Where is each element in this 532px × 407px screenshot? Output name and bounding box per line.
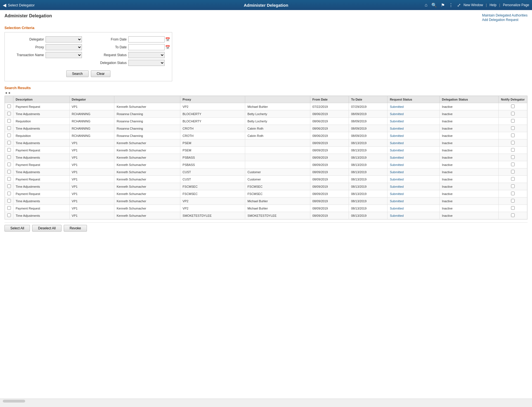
request-status-link[interactable]: Submitted (390, 163, 404, 166)
notify-checkbox-1[interactable] (511, 112, 515, 115)
home-icon[interactable]: ⌂ (425, 3, 427, 8)
search-button[interactable]: Search (66, 70, 89, 77)
row-checkbox-11[interactable] (7, 184, 11, 188)
notify-checkbox-10[interactable] (511, 177, 515, 181)
revoke-button[interactable]: Revoke (64, 225, 87, 232)
main-content: Administer Delegation Maintain Delegated… (0, 10, 532, 399)
row-delegator-id: VP1 (69, 212, 114, 219)
row-request-status[interactable]: Submitted (387, 176, 439, 183)
request-status-link[interactable]: Submitted (390, 141, 404, 145)
notify-checkbox-5[interactable] (511, 141, 515, 144)
row-checkbox-13[interactable] (7, 199, 11, 203)
to-date-input[interactable] (128, 44, 165, 50)
new-window-link[interactable]: New Window (464, 3, 483, 7)
notify-checkbox-14[interactable] (511, 206, 515, 210)
request-status-link[interactable]: Submitted (390, 134, 404, 137)
personalize-page-link[interactable]: Personalize Page (503, 3, 529, 7)
row-description: Requisition (13, 118, 70, 125)
horizontal-scrollbar[interactable] (0, 399, 532, 403)
row-checkbox-8[interactable] (7, 163, 11, 166)
transaction-name-select[interactable] (46, 52, 82, 58)
row-description: Payment Request (13, 103, 70, 110)
notify-checkbox-7[interactable] (511, 155, 515, 159)
notify-checkbox-8[interactable] (511, 163, 515, 166)
row-request-status[interactable]: Submitted (387, 212, 439, 219)
request-status-link[interactable]: Submitted (390, 185, 404, 188)
row-checkbox-6[interactable] (7, 148, 11, 152)
request-status-link[interactable]: Submitted (390, 207, 404, 210)
row-checkbox-10[interactable] (7, 177, 11, 181)
maintain-delegated-authorities-link[interactable]: Maintain Delegated Authorities (482, 13, 528, 17)
request-status-link[interactable]: Submitted (390, 127, 404, 130)
from-date-input[interactable] (128, 36, 165, 42)
request-status-link[interactable]: Submitted (390, 178, 404, 181)
row-request-status[interactable]: Submitted (387, 161, 439, 168)
request-status-link[interactable]: Submitted (390, 170, 404, 174)
request-status-link[interactable]: Submitted (390, 112, 404, 116)
row-request-status[interactable]: Submitted (387, 147, 439, 154)
notify-checkbox-11[interactable] (511, 184, 515, 188)
row-request-status[interactable]: Submitted (387, 125, 439, 132)
row-request-status[interactable]: Submitted (387, 118, 439, 125)
notify-checkbox-0[interactable] (511, 104, 515, 108)
row-checkbox-14[interactable] (7, 206, 11, 210)
row-request-status[interactable]: Submitted (387, 190, 439, 197)
delegator-field-row: Delegator (10, 36, 82, 42)
bookmark-icon[interactable]: ⚑ (441, 3, 445, 8)
row-checkbox-4[interactable] (7, 134, 11, 137)
row-checkbox-2[interactable] (7, 119, 11, 123)
row-request-status[interactable]: Submitted (387, 103, 439, 110)
row-request-status[interactable]: Submitted (387, 139, 439, 147)
row-request-status[interactable]: Submitted (387, 154, 439, 161)
search-icon[interactable]: 🔍 (431, 3, 437, 8)
notify-checkbox-13[interactable] (511, 199, 515, 203)
collapse-icon[interactable]: ◄◄ (4, 91, 528, 94)
select-all-button[interactable]: Select All (4, 225, 30, 232)
expand-icon[interactable]: ⤢ (457, 3, 461, 8)
row-checkbox-0[interactable] (7, 104, 11, 108)
request-status-link[interactable]: Submitted (390, 199, 404, 203)
row-checkbox-7[interactable] (7, 155, 11, 159)
notify-checkbox-12[interactable] (511, 192, 515, 195)
row-request-status[interactable]: Submitted (387, 205, 439, 212)
from-date-calendar-icon[interactable]: 📅 (165, 37, 170, 42)
help-link[interactable]: Help (490, 3, 496, 7)
row-checkbox-9[interactable] (7, 170, 11, 173)
row-request-status[interactable]: Submitted (387, 197, 439, 205)
add-delegation-request-link[interactable]: Add Delegation Request (482, 18, 528, 22)
row-checkbox-3[interactable] (7, 126, 11, 130)
row-checkbox-cell (5, 212, 13, 219)
delegator-select[interactable] (46, 36, 82, 42)
back-button[interactable]: ◀ Select Delegator (3, 3, 35, 8)
row-checkbox-1[interactable] (7, 112, 11, 115)
request-status-link[interactable]: Submitted (390, 214, 404, 217)
notify-checkbox-9[interactable] (511, 170, 515, 173)
request-status-link[interactable]: Submitted (390, 156, 404, 159)
notify-checkbox-6[interactable] (511, 148, 515, 152)
notify-checkbox-2[interactable] (511, 119, 515, 123)
row-checkbox-cell (5, 147, 13, 154)
row-request-status[interactable]: Submitted (387, 110, 439, 118)
row-checkbox-12[interactable] (7, 192, 11, 195)
criteria-button-row: Search Clear (10, 70, 166, 77)
request-status-link[interactable]: Submitted (390, 192, 404, 196)
proxy-select[interactable] (46, 44, 82, 50)
menu-icon[interactable]: ⋮ (449, 3, 453, 8)
notify-checkbox-3[interactable] (511, 126, 515, 130)
row-checkbox-5[interactable] (7, 141, 11, 144)
row-request-status[interactable]: Submitted (387, 183, 439, 190)
to-date-calendar-icon[interactable]: 📅 (165, 45, 170, 49)
request-status-link[interactable]: Submitted (390, 120, 404, 123)
request-status-link[interactable]: Submitted (390, 149, 404, 152)
row-request-status[interactable]: Submitted (387, 168, 439, 176)
row-request-status[interactable]: Submitted (387, 132, 439, 139)
request-status-select[interactable] (128, 52, 165, 58)
table-row: Time Adjustments VP1 Kenneth Schumacher … (5, 212, 527, 219)
clear-button[interactable]: Clear (91, 70, 111, 77)
notify-checkbox-4[interactable] (511, 134, 515, 137)
request-status-link[interactable]: Submitted (390, 105, 404, 108)
row-checkbox-15[interactable] (7, 213, 11, 217)
notify-checkbox-15[interactable] (511, 213, 515, 217)
deselect-all-button[interactable]: Deselect All (32, 225, 62, 232)
delegation-status-select[interactable] (128, 60, 165, 66)
